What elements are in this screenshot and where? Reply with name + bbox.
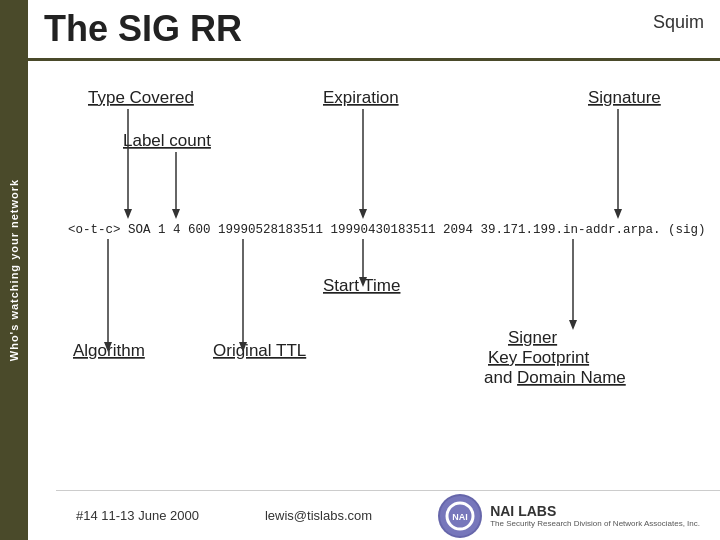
record-text: <o-t-c> SOA 1 4 600 19990528183511 19990… (68, 223, 706, 237)
diagram-area: Type Covered Expiration Signature Label … (28, 61, 720, 451)
and-label: and Domain Name (484, 368, 626, 387)
nai-title: NAI LABS (490, 503, 556, 519)
footer-date: 11-13 June 2000 (101, 508, 199, 523)
signer-label: Signer (508, 328, 557, 347)
type-covered-label: Type Covered (88, 88, 194, 107)
diagram-svg: Type Covered Expiration Signature Label … (28, 61, 720, 451)
original-ttl-label: Original TTL (213, 341, 306, 360)
svg-marker-15 (569, 320, 577, 330)
signature-label: Signature (588, 88, 661, 107)
key-footprint-label: Key Footprint (488, 348, 589, 367)
sidebar-text: Who's watching your network (8, 179, 20, 361)
squim-label: Squim (653, 8, 704, 33)
svg-marker-5 (614, 209, 622, 219)
main-content: The SIG RR Squim Type Covered Expiration… (28, 0, 720, 540)
svg-marker-1 (124, 209, 132, 219)
nai-logo: NAI NAI LABS The Security Research Divis… (438, 494, 700, 538)
footer: #14 11-13 June 2000 lewis@tislabs.com NA… (56, 490, 720, 540)
svg-text:NAI: NAI (452, 512, 468, 522)
expiration-label: Expiration (323, 88, 399, 107)
nai-text-block: NAI LABS The Security Research Division … (490, 503, 700, 528)
svg-marker-3 (359, 209, 367, 219)
nai-logo-circle: NAI (438, 494, 482, 538)
sidebar: Who's watching your network (0, 0, 28, 540)
header: The SIG RR Squim (28, 0, 720, 50)
page-title: The SIG RR (44, 8, 242, 50)
footer-slide-info: #14 11-13 June 2000 (76, 508, 199, 523)
svg-marker-7 (172, 209, 180, 219)
slide-number: #14 (76, 508, 98, 523)
label-count-label: Label count (123, 131, 211, 150)
footer-email: lewis@tislabs.com (265, 508, 372, 523)
nai-subtitle: The Security Research Division of Networ… (490, 519, 700, 528)
